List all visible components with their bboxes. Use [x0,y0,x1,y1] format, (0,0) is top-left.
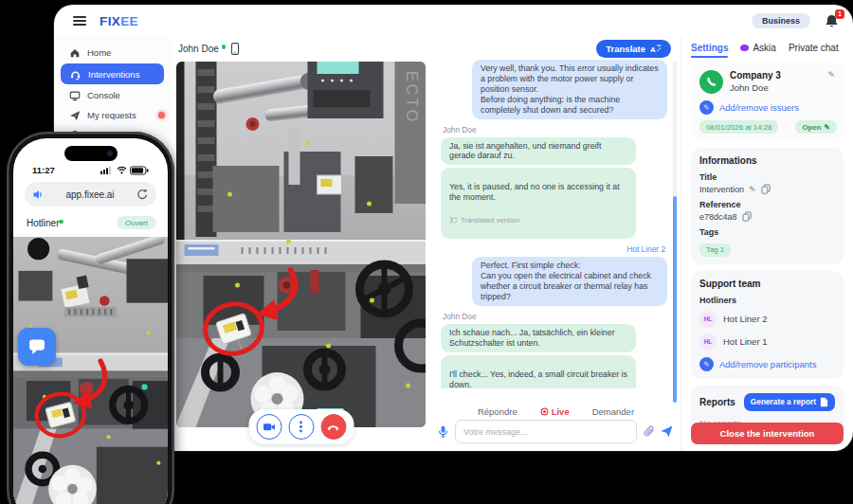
site-name: Hotliner [27,218,64,228]
chat-message-translated: Yes, it is paused, and no one is accessi… [441,168,636,239]
close-intervention-button[interactable]: Close the intervention [691,423,844,444]
tab-askia-label: Askia [753,43,775,53]
hang-up-button[interactable] [320,414,346,440]
company-card: Company 3 John Doe ✎ ✎ Add/remove issuer… [691,63,844,141]
informations-card: Informations Title Intervention ✎ Refere… [691,148,844,264]
pencil-icon: ✎ [824,123,830,132]
team-member-row: HL Hot Liner 2 [699,311,835,328]
translate-icon: A [650,44,662,54]
online-status-dot [222,45,227,49]
sidebar-item-console[interactable]: Console [54,85,171,105]
sidebar-item-label: Console [87,90,120,100]
send-icon[interactable] [661,425,673,438]
whatsapp-icon [699,70,723,94]
reload-icon[interactable] [136,189,148,200]
chat-message-list[interactable]: Very well, thank you. This error usually… [441,60,667,388]
avatar: HL [699,311,717,328]
document-icon [820,397,828,407]
phone-screen: 11:27 [13,138,168,504]
sidebar-item-label: Interventions [88,69,139,80]
chat-input-row [437,420,673,443]
chat-message: Ja, sie ist angehalten, und niemand grei… [441,137,636,166]
microphone-icon[interactable] [437,425,449,438]
askia-icon [740,45,749,51]
site-header-row: Hotliner Ouvert [27,216,156,229]
sidebar-item-my-requests[interactable]: My requests [54,105,171,125]
tab-live[interactable]: Live [540,406,570,417]
live-video-feed[interactable]: ECTO [176,62,426,427]
sidebar-item-label: My requests [87,110,136,120]
copy-icon[interactable] [761,184,771,194]
video-panel: John Doe [171,37,431,451]
chat-bubble-button[interactable] [18,328,56,366]
camera-icon [263,421,275,433]
generate-report-button[interactable]: Generate a report [744,393,835,411]
app-logo: FIXEE [100,14,138,28]
edit-company-icon[interactable]: ✎ [827,70,835,80]
translate-button[interactable]: Translate A [596,40,671,58]
reference-value: e78dc4a8 [699,212,737,222]
chat-message: Very well, thank you. This error usually… [472,60,667,119]
intervention-date-badge: 08/01/2026 at 14:28 [699,120,778,134]
pencil-icon: ✎ [699,357,714,371]
hang-up-icon [327,423,340,431]
svg-text:A: A [650,45,656,54]
support-team-heading: Support team [699,279,835,289]
page-audio-icon[interactable] [33,189,44,200]
dynamic-island [64,146,118,161]
add-remove-participants-link[interactable]: ✎ Add/remove participants [699,357,835,371]
sidebar-item-interventions[interactable]: Interventions [61,63,164,84]
panel-tabs: Settings Askia Private chat [691,43,844,53]
reports-heading: Reports [699,397,735,407]
app-header: FIXEE Business 1 [54,5,853,37]
chat-author-label: Hot Liner 2 [626,244,665,254]
screenshot-stage: FIXEE Business 1 Home [0,0,853,504]
more-options-button[interactable] [288,414,314,440]
add-participants-label: Add/remove participants [719,359,816,369]
notification-count-badge: 1 [835,9,844,19]
tag-badge: Tag 1 [699,243,731,257]
home-icon [69,47,81,59]
notifications-button[interactable]: 1 [824,13,840,29]
phone-live-video[interactable] [13,237,168,504]
message-input[interactable] [455,420,637,443]
tags-label: Tags [699,227,835,237]
menu-icon[interactable] [73,16,86,27]
phone-machinery-frame [13,237,168,504]
edit-title-icon[interactable]: ✎ [749,185,756,194]
tab-live-label: Live [552,406,570,417]
battery-icon [130,166,149,175]
camera-button[interactable] [256,414,281,440]
tab-settings[interactable]: Settings [691,43,728,53]
chat-scrollbar-thumb[interactable] [673,196,677,403]
pencil-icon: ✎ [699,100,714,115]
attachment-icon[interactable] [643,425,655,438]
business-plan-badge: Business [752,13,810,28]
reference-label: Reference [699,200,835,209]
tab-private-chat[interactable]: Private chat [789,43,839,53]
tab-demander[interactable]: Demander [592,406,634,417]
chat-message-translated: I'll check... Yes, indeed, a small circu… [441,355,636,388]
translated-version-note: Translated version [449,216,627,225]
phone-time: 11:27 [32,165,55,175]
chat-message: Ich schaue nach... Ja, tatsächlich, ein … [441,324,636,352]
copy-icon[interactable] [742,211,752,222]
informations-heading: Informations [699,155,835,166]
sidebar-item-home[interactable]: Home [54,43,171,63]
tab-repondre[interactable]: Répondre [478,406,517,417]
phone-mockup: 11:27 [7,132,174,504]
video-header: John Doe [171,37,431,59]
monitor-icon [69,90,81,101]
team-member-row: HL Hot Liner 1 [699,333,835,351]
wifi-icon [117,166,127,174]
browser-address-bar[interactable]: app.fixee.ai [25,182,156,207]
translated-version-label: Translated version [461,216,519,225]
tab-askia[interactable]: Askia [740,43,775,53]
status-open-pill[interactable]: Open ✎ [795,120,836,134]
add-remove-issuers-link[interactable]: ✎ Add/remove issuers [699,100,835,115]
status-label: Open [802,123,821,132]
chat-message: Perfect. First simple check: Can you ope… [472,257,667,306]
chat-message-text: Yes, it is paused, and no one is accessi… [449,182,627,203]
chat-mode-tabs: Répondre Live Demander [431,406,681,417]
hotliners-label: Hotliners [699,296,835,305]
